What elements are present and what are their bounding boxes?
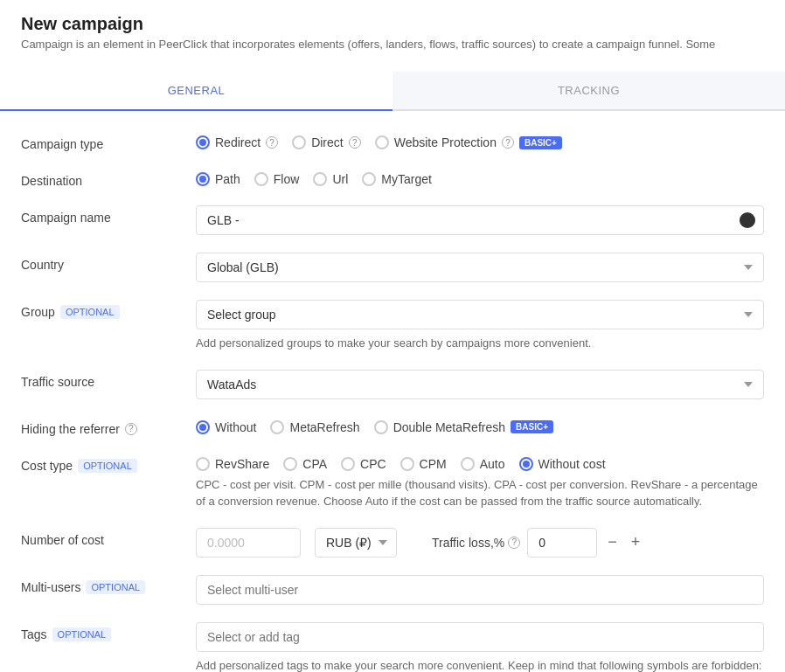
cost-revshare[interactable]: RevShare xyxy=(196,457,269,471)
cost-type-label: Cost type OPTIONAL xyxy=(21,454,196,473)
traffic-source-field-container: WataAds xyxy=(196,370,764,399)
auto-radio[interactable] xyxy=(461,457,475,471)
traffic-loss-label: Traffic loss,% ? xyxy=(432,536,520,550)
referrer-metarefresh[interactable]: MetaRefresh xyxy=(270,420,359,434)
campaign-type-redirect[interactable]: Redirect ? xyxy=(196,135,278,149)
cost-type-help-text: CPC - cost per visit. CPM - cost per mil… xyxy=(196,476,764,510)
tags-help-text: Add personalized tags to make your searc… xyxy=(196,657,764,673)
multi-users-label: Multi-users OPTIONAL xyxy=(21,575,196,594)
currency-select[interactable]: RUB (₽) xyxy=(315,528,397,558)
traffic-source-label: Traffic source xyxy=(21,370,196,389)
page-title: New campaign xyxy=(21,14,764,34)
tags-input[interactable] xyxy=(196,622,764,652)
hiding-referrer-options: Without MetaRefresh Double MetaRefresh B… xyxy=(196,417,764,434)
traffic-loss-help-icon[interactable]: ? xyxy=(508,537,520,549)
hiding-referrer-help-icon[interactable]: ? xyxy=(125,423,137,435)
redirect-help-icon[interactable]: ? xyxy=(266,136,278,149)
revshare-radio[interactable] xyxy=(196,457,210,471)
mytarget-radio[interactable] xyxy=(362,172,376,186)
cost-type-row: Cost type OPTIONAL RevShare CPA CPC xyxy=(21,454,764,510)
cost-without-cost[interactable]: Without cost xyxy=(519,457,606,471)
cost-type-options: RevShare CPA CPC CPM Auto xyxy=(196,454,764,471)
traffic-loss-decrement-button[interactable]: − xyxy=(604,533,621,551)
tags-optional-badge: OPTIONAL xyxy=(52,627,112,641)
group-field-container: Select group Add personalized groups to … xyxy=(196,300,764,352)
tab-tracking[interactable]: TRACKING xyxy=(392,72,785,109)
redirect-label: Redirect xyxy=(215,135,261,149)
traffic-loss-input[interactable] xyxy=(527,528,597,558)
direct-label: Direct xyxy=(311,135,344,149)
country-label: Country xyxy=(21,253,196,272)
without-radio[interactable] xyxy=(196,420,210,434)
without-cost-radio[interactable] xyxy=(519,457,533,471)
multi-users-optional-badge: OPTIONAL xyxy=(86,580,145,594)
cpm-label: CPM xyxy=(420,457,447,471)
cpc-label: CPC xyxy=(360,457,386,471)
hiding-referrer-row: Hiding the referrer ? Without MetaRefres… xyxy=(21,417,764,436)
campaign-type-row: Campaign type Redirect ? Direct ? Websit… xyxy=(21,132,764,151)
cost-type-optional-badge: OPTIONAL xyxy=(78,459,137,473)
destination-options: Path Flow Url MyTarget xyxy=(196,169,764,186)
multi-users-input[interactable] xyxy=(196,575,764,605)
cost-cpa[interactable]: CPA xyxy=(283,457,327,471)
campaign-type-direct[interactable]: Direct ? xyxy=(292,135,361,149)
destination-flow[interactable]: Flow xyxy=(254,172,300,186)
revshare-label: RevShare xyxy=(215,457,269,471)
multi-users-row: Multi-users OPTIONAL xyxy=(21,575,764,605)
cpc-radio[interactable] xyxy=(341,457,355,471)
campaign-name-icon[interactable] xyxy=(740,212,755,228)
destination-url[interactable]: Url xyxy=(313,172,348,186)
referrer-double-metarefresh[interactable]: Double MetaRefresh BASIC+ xyxy=(374,420,553,434)
destination-mytarget[interactable]: MyTarget xyxy=(362,172,432,186)
direct-help-icon[interactable]: ? xyxy=(349,136,361,149)
traffic-source-select[interactable]: WataAds xyxy=(196,370,764,399)
website-protection-label: Website Protection xyxy=(394,135,497,149)
campaign-type-website-protection[interactable]: Website Protection ? BASIC+ xyxy=(375,135,562,149)
group-help-text: Add personalized groups to make your sea… xyxy=(196,335,764,352)
campaign-type-label: Campaign type xyxy=(21,132,196,151)
website-protection-help-icon[interactable]: ? xyxy=(502,136,514,149)
cost-cpm[interactable]: CPM xyxy=(400,457,447,471)
campaign-name-input[interactable] xyxy=(196,205,764,235)
url-radio[interactable] xyxy=(313,172,327,186)
destination-row: Destination Path Flow Url MyTarget xyxy=(21,169,764,188)
country-row: Country Global (GLB) xyxy=(21,253,764,282)
page-header: New campaign Campaign is an element in P… xyxy=(0,0,785,58)
redirect-radio[interactable] xyxy=(196,135,210,149)
cost-value-input[interactable] xyxy=(196,528,301,558)
cpm-radio[interactable] xyxy=(400,457,414,471)
path-radio[interactable] xyxy=(196,172,210,186)
number-of-cost-label: Number of cost xyxy=(21,528,196,547)
hiding-referrer-label: Hiding the referrer ? xyxy=(21,417,196,436)
cost-type-field-container: RevShare CPA CPC CPM Auto xyxy=(196,454,764,510)
metarefresh-label: MetaRefresh xyxy=(289,420,359,434)
mytarget-label: MyTarget xyxy=(381,172,432,186)
multi-users-field-container xyxy=(196,575,764,605)
cost-cpc[interactable]: CPC xyxy=(341,457,386,471)
referrer-without[interactable]: Without xyxy=(196,420,256,434)
direct-radio[interactable] xyxy=(292,135,306,149)
flow-radio[interactable] xyxy=(254,172,268,186)
double-metarefresh-badge: BASIC+ xyxy=(511,420,553,433)
group-optional-badge: OPTIONAL xyxy=(60,305,120,319)
traffic-loss-increment-button[interactable]: + xyxy=(628,533,644,551)
country-field-container: Global (GLB) xyxy=(196,253,764,282)
double-metarefresh-radio[interactable] xyxy=(374,420,388,434)
double-metarefresh-label: Double MetaRefresh xyxy=(393,420,505,434)
metarefresh-radio[interactable] xyxy=(270,420,284,434)
page-subtitle: Campaign is an element in PeerClick that… xyxy=(21,38,764,51)
website-protection-radio[interactable] xyxy=(375,135,389,149)
destination-path[interactable]: Path xyxy=(196,172,240,186)
group-select[interactable]: Select group xyxy=(196,300,764,329)
cpa-radio[interactable] xyxy=(283,457,297,471)
traffic-source-row: Traffic source WataAds xyxy=(21,370,764,399)
tab-general[interactable]: GENERAL xyxy=(0,72,392,111)
flow-label: Flow xyxy=(274,172,300,186)
country-select[interactable]: Global (GLB) xyxy=(196,253,764,282)
form-container: Campaign type Redirect ? Direct ? Websit… xyxy=(0,111,785,672)
cpa-label: CPA xyxy=(302,457,327,471)
cost-auto[interactable]: Auto xyxy=(461,457,505,471)
auto-label: Auto xyxy=(480,457,505,471)
campaign-name-label: Campaign name xyxy=(21,205,196,225)
campaign-name-row: Campaign name xyxy=(21,205,764,235)
